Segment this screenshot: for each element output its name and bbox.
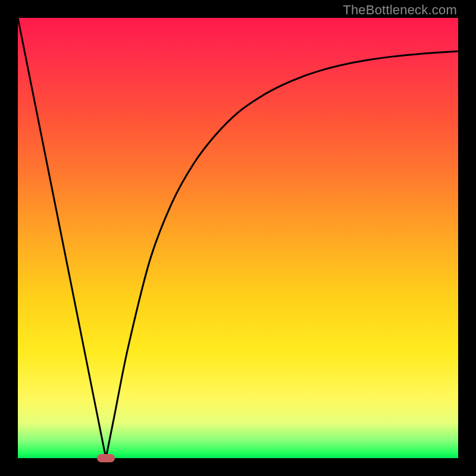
- plot-area: [18, 18, 458, 458]
- bottleneck-curve: [18, 18, 458, 458]
- min-marker: [97, 454, 115, 462]
- curve-svg: [18, 18, 458, 458]
- chart-frame: TheBottleneck.com: [0, 0, 476, 476]
- watermark-text: TheBottleneck.com: [343, 2, 457, 18]
